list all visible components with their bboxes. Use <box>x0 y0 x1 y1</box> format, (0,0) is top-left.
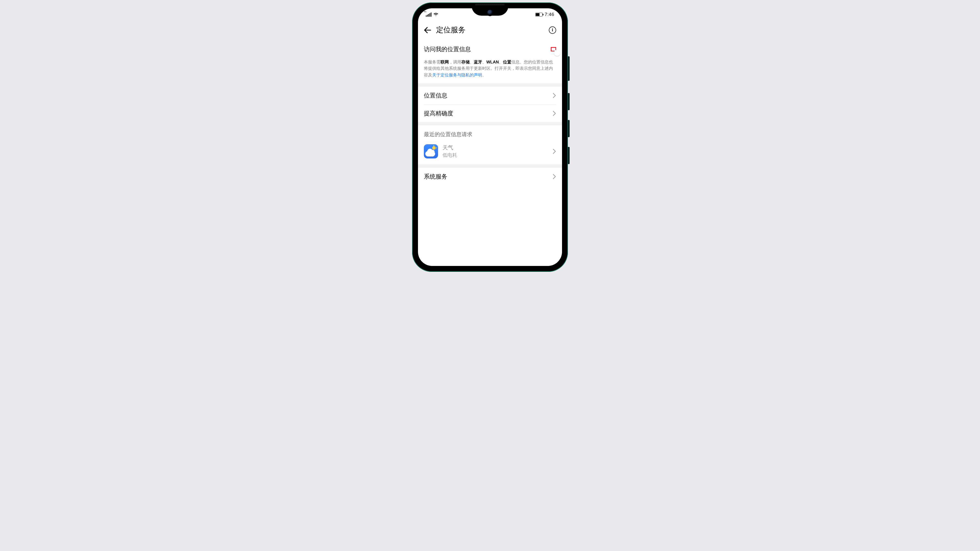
section-divider <box>418 83 562 87</box>
chevron-right-icon <box>553 149 556 154</box>
signal-icon: 4G <box>426 13 431 17</box>
improve-accuracy-label: 提高精确度 <box>424 110 453 117</box>
battery-icon <box>535 13 542 16</box>
clock: 7:46 <box>545 12 554 17</box>
volume-button <box>568 56 570 81</box>
recent-app-sub: 低电耗 <box>442 152 457 159</box>
location-info-row[interactable]: 位置信息 <box>424 87 556 104</box>
phone-frame: 4G 7:46 <box>412 2 568 272</box>
privacy-link[interactable]: 关于定位服务与隐私的声明 <box>432 73 482 78</box>
weather-app-icon <box>424 144 438 159</box>
access-location-label: 访问我的位置信息 <box>424 45 471 53</box>
screen: 4G 7:46 <box>418 8 562 266</box>
phone-bezel: 4G 7:46 <box>415 6 565 268</box>
section-divider <box>418 164 562 168</box>
front-camera <box>487 10 493 15</box>
highlight-box <box>551 47 556 51</box>
section-divider <box>418 122 562 125</box>
chevron-right-icon <box>553 93 556 98</box>
recent-requests-heading: 最近的位置信息请求 <box>418 125 562 141</box>
side-button <box>568 120 570 137</box>
info-icon[interactable] <box>549 27 556 34</box>
system-services-label: 系统服务 <box>424 173 447 181</box>
chevron-right-icon <box>553 174 556 179</box>
access-location-row: 访问我的位置信息 <box>424 40 556 58</box>
improve-accuracy-row[interactable]: 提高精确度 <box>424 104 556 122</box>
location-info-label: 位置信息 <box>424 92 447 99</box>
app-header: 定位服务 <box>418 18 562 40</box>
recent-app-name: 天气 <box>442 144 457 151</box>
recent-app-row[interactable]: 天气 低电耗 <box>418 141 562 164</box>
side-button <box>568 147 570 164</box>
chevron-right-icon <box>553 111 556 116</box>
side-button <box>568 93 570 110</box>
back-icon[interactable] <box>424 27 431 33</box>
wifi-icon <box>433 13 438 16</box>
access-location-description: 本服务需联网，调用存储、蓝牙、WLAN、位置信息。您的位置信息也将提供给其他系统… <box>424 58 556 83</box>
toggle-knob <box>554 50 560 56</box>
page-title: 定位服务 <box>436 25 544 35</box>
speaker-grille <box>475 4 505 5</box>
system-services-row[interactable]: 系统服务 <box>424 168 556 186</box>
